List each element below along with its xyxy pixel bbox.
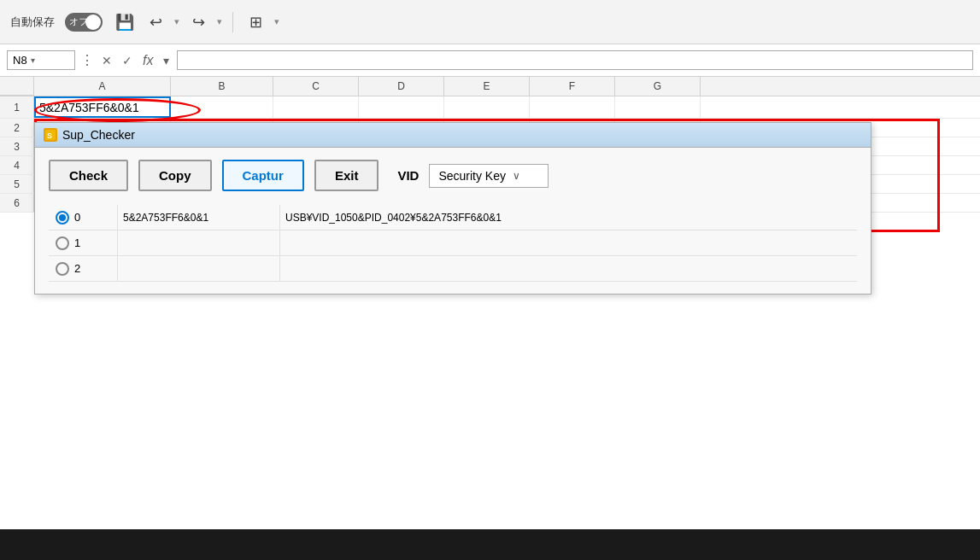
- row-num-1: 1: [0, 96, 34, 118]
- formula-dots[interactable]: ⋮: [80, 52, 94, 68]
- formula-chevron[interactable]: ▾: [161, 54, 172, 67]
- col-header-a[interactable]: A: [34, 77, 171, 96]
- cell-g1[interactable]: [615, 96, 701, 118]
- dropdown-value: Security Key: [438, 169, 506, 183]
- row-num-3: 3: [0, 137, 34, 155]
- list-item: 2: [49, 256, 857, 282]
- cell-d1[interactable]: [359, 96, 444, 118]
- grid-rows: 1 5&2A753FF6&0&1 2: [0, 96, 980, 213]
- formula-input[interactable]: [177, 50, 973, 70]
- table-chevron[interactable]: ▾: [274, 16, 279, 27]
- data-long-0[interactable]: USB¥VID_1050&PID_0402¥5&2A753FF6&0&1: [279, 205, 857, 230]
- dialog-body: Check Copy Captur Exit VID Security Key …: [35, 148, 871, 294]
- radio-col-2: 2: [49, 262, 117, 276]
- captur-button[interactable]: Captur: [222, 160, 304, 191]
- redo-icon[interactable]: ↪: [186, 10, 210, 34]
- undo-chevron[interactable]: ▾: [174, 16, 179, 27]
- undo-icon[interactable]: ↩: [144, 10, 167, 34]
- formula-cancel-btn[interactable]: ✕: [99, 54, 114, 67]
- data-short-1[interactable]: [117, 230, 279, 255]
- col-header-g[interactable]: G: [615, 77, 701, 96]
- corner-cell: [0, 77, 34, 96]
- cell-a1[interactable]: 5&2A753FF6&0&1: [34, 96, 171, 118]
- radio-col-0: 0: [49, 211, 117, 225]
- radio-col-1: 1: [49, 236, 117, 250]
- data-rows: 0 5&2A753FF6&0&1 USB¥VID_1050&PID_0402¥5…: [49, 205, 857, 282]
- dialog-window: S Sup_Checker Check Copy Captur Exit VID…: [34, 122, 871, 295]
- data-long-1[interactable]: [279, 230, 857, 255]
- col-header-e[interactable]: E: [444, 77, 530, 96]
- col-header-d[interactable]: D: [359, 77, 444, 96]
- formula-confirm-btn[interactable]: ✓: [120, 54, 135, 67]
- row-num-4: 4: [0, 156, 34, 174]
- autosave-label: 自動保存: [10, 15, 55, 30]
- cell-b1[interactable]: [171, 96, 273, 118]
- list-item: 0 5&2A753FF6&0&1 USB¥VID_1050&PID_0402¥5…: [49, 205, 857, 230]
- data-short-2[interactable]: [117, 256, 279, 281]
- toggle-knob: [85, 15, 101, 30]
- row-index-1: 1: [74, 236, 80, 249]
- table-row: 1 5&2A753FF6&0&1: [0, 96, 980, 119]
- cell-ref-box[interactable]: N8 ▾: [7, 50, 75, 70]
- dialog-buttons-row: Check Copy Captur Exit VID Security Key …: [49, 160, 857, 191]
- list-item: 1: [49, 230, 857, 256]
- row-num-6: 6: [0, 194, 34, 212]
- copy-button[interactable]: Copy: [138, 160, 212, 191]
- row-index-0: 0: [74, 211, 80, 224]
- data-long-2[interactable]: [279, 256, 857, 281]
- dialog-icon: S: [44, 128, 57, 142]
- formula-bar: N8 ▾ ⋮ ✕ ✓ fx ▾: [0, 44, 980, 77]
- col-header-f[interactable]: F: [530, 77, 615, 96]
- col-header-b[interactable]: B: [171, 77, 273, 96]
- dialog-titlebar: S Sup_Checker: [35, 123, 871, 148]
- toolbar-sep: [232, 12, 233, 32]
- dialog-title: Sup_Checker: [62, 128, 135, 142]
- cell-e1[interactable]: [444, 96, 530, 118]
- radio-button-1[interactable]: [56, 236, 69, 250]
- spreadsheet-area: A B C D E F G 1 5&2A753FF6&0&1: [0, 77, 980, 213]
- radio-button-2[interactable]: [56, 262, 69, 276]
- svg-text:S: S: [47, 131, 52, 140]
- vid-dropdown[interactable]: Security Key ∨: [429, 164, 549, 188]
- black-bar: [0, 529, 980, 560]
- row-num-2: 2: [0, 119, 34, 137]
- col-headers: A B C D E F G: [0, 77, 980, 96]
- row-index-2: 2: [74, 262, 80, 275]
- cell-ref-chevron[interactable]: ▾: [31, 55, 35, 65]
- table-icon[interactable]: ⊞: [244, 10, 267, 34]
- row-num-5: 5: [0, 175, 34, 193]
- cell-c1[interactable]: [273, 96, 359, 118]
- cell-ref-value: N8: [13, 54, 27, 67]
- col-header-c[interactable]: C: [273, 77, 359, 96]
- fx-label[interactable]: fx: [140, 53, 156, 68]
- radio-button-0[interactable]: [56, 211, 69, 225]
- autosave-toggle[interactable]: オフ: [65, 13, 103, 32]
- vid-label: VID: [397, 168, 419, 183]
- dropdown-arrow-icon: ∨: [513, 170, 520, 182]
- exit-button[interactable]: Exit: [314, 160, 379, 191]
- data-short-0[interactable]: 5&2A753FF6&0&1: [117, 205, 279, 230]
- save-icon[interactable]: 💾: [113, 10, 137, 34]
- toolbar: 自動保存 オフ 💾 ↩ ▾ ↪ ▾ ⊞ ▾: [0, 0, 980, 44]
- cell-f1[interactable]: [530, 96, 615, 118]
- check-button[interactable]: Check: [49, 160, 128, 191]
- redo-chevron[interactable]: ▾: [217, 16, 222, 27]
